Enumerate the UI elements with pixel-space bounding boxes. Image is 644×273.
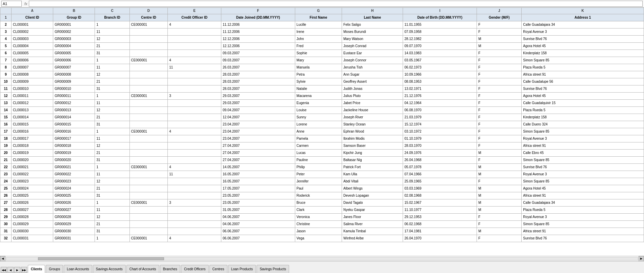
table-cell[interactable] xyxy=(129,114,168,121)
table-cell[interactable]: 15.12.1974 xyxy=(403,121,477,128)
table-row[interactable]: 31CL000030GR0000303106.06.2007JasonKamul… xyxy=(0,228,644,235)
table-cell[interactable]: Vega xyxy=(295,235,342,242)
table-cell[interactable]: Geoffrey Assert xyxy=(342,78,403,85)
table-cell[interactable] xyxy=(129,192,168,199)
tab-nav-next[interactable]: ▶ xyxy=(14,267,20,273)
table-cell[interactable] xyxy=(129,185,168,192)
table-cell[interactable]: Calle Guadalquivir 15 xyxy=(522,100,644,107)
table-cell[interactable]: 29.12.1953 xyxy=(403,214,477,221)
table-cell[interactable]: Irene xyxy=(295,28,342,36)
table-row[interactable]: 30CL000029GR0000292104.06.2007ChristineS… xyxy=(0,221,644,228)
table-cell[interactable] xyxy=(129,135,168,142)
table-cell[interactable]: Natalie xyxy=(295,85,342,93)
row-number[interactable]: 27 xyxy=(0,199,12,207)
table-row[interactable]: 25CL000024GR0000242117.05.2007PaulAlbert… xyxy=(0,185,644,192)
table-cell[interactable]: 11 xyxy=(95,64,129,71)
table-cell[interactable]: Christine xyxy=(295,221,342,228)
table-cell[interactable]: Julius Pluto xyxy=(342,93,403,100)
table-cell[interactable]: 23.04.2007 xyxy=(221,135,295,142)
table-cell[interactable]: CE000001 xyxy=(129,164,168,171)
table-cell[interactable]: Sophie xyxy=(295,50,342,57)
table-cell[interactable]: CL000014 xyxy=(12,114,53,121)
col-header-f[interactable]: F xyxy=(221,8,295,14)
row-number[interactable]: 9 xyxy=(0,71,12,78)
table-cell[interactable]: Jabet Price xyxy=(342,100,403,107)
table-cell[interactable]: 25.09.1965 xyxy=(403,178,477,185)
table-cell[interactable]: 17.05.2007 xyxy=(221,185,295,192)
table-cell[interactable]: 1 xyxy=(95,235,129,242)
table-cell[interactable]: 11.01.1955 xyxy=(403,21,477,28)
table-cell[interactable]: CL000024 xyxy=(12,185,53,192)
table-cell[interactable] xyxy=(168,71,221,78)
table-cell[interactable]: 03.03.1969 xyxy=(403,185,477,192)
table-cell[interactable]: GR000022 xyxy=(53,171,95,178)
table-cell[interactable]: Mary xyxy=(295,57,342,64)
header-gender[interactable]: Gender (M/F) xyxy=(477,14,522,21)
table-cell[interactable]: 12.12.2006 xyxy=(221,36,295,43)
table-cell[interactable]: Kinderplatz 158 xyxy=(522,50,644,57)
table-cell[interactable]: F xyxy=(477,21,522,28)
table-cell[interactable]: 13.02.1971 xyxy=(403,85,477,93)
table-cell[interactable]: GR000011 xyxy=(53,93,95,100)
table-cell[interactable]: 21 xyxy=(95,221,129,228)
row-number[interactable]: 6 xyxy=(0,50,12,57)
table-cell[interactable]: Samson Baser xyxy=(342,142,403,150)
table-cell[interactable]: 04.06.2007 xyxy=(221,221,295,228)
table-cell[interactable]: CL000012 xyxy=(12,100,53,107)
table-cell[interactable]: F xyxy=(477,157,522,164)
table-cell[interactable]: Simon Square 85 xyxy=(522,157,644,164)
table-cell[interactable]: 1 xyxy=(95,128,129,135)
table-cell[interactable]: Roderick xyxy=(295,192,342,199)
header-dob[interactable]: Date of Birth (DD.MM.YYYY) xyxy=(403,14,477,21)
table-cell[interactable]: 24.09.1976 xyxy=(403,150,477,157)
table-cell[interactable]: CL000010 xyxy=(12,85,53,93)
sheet-tab-centres[interactable]: Centres xyxy=(209,265,227,273)
table-cell[interactable] xyxy=(129,50,168,57)
table-cell[interactable]: GR000015 xyxy=(53,121,95,128)
table-cell[interactable]: GR000004 xyxy=(53,43,95,50)
table-row[interactable]: 17CL000016GR0000161CE000001423.04.2007An… xyxy=(0,128,644,135)
table-cell[interactable]: F xyxy=(477,71,522,78)
table-cell[interactable] xyxy=(129,221,168,228)
col-header-b[interactable]: B xyxy=(53,8,95,14)
table-cell[interactable]: 21 xyxy=(95,114,129,121)
table-cell[interactable]: GR000001 xyxy=(53,21,95,28)
table-cell[interactable]: F xyxy=(477,85,522,93)
table-row[interactable]: 20CL000019GR0000192127.04.2007LucasKipch… xyxy=(0,150,644,157)
table-cell[interactable] xyxy=(129,214,168,221)
table-cell[interactable]: 15.02.1967 xyxy=(403,199,477,207)
table-cell[interactable]: Sunrise Blvd 76 xyxy=(522,164,644,171)
tab-nav-prev[interactable]: ◀ xyxy=(7,267,14,273)
table-cell[interactable]: F xyxy=(477,64,522,71)
table-cell[interactable]: 07.09.1958 xyxy=(403,28,477,36)
table-cell[interactable]: CL000025 xyxy=(12,192,53,199)
sheet-tab-clients[interactable]: Clients xyxy=(28,265,45,273)
table-cell[interactable]: Peter xyxy=(295,171,342,178)
table-cell[interactable]: Clark xyxy=(295,207,342,214)
row-number[interactable]: 2 xyxy=(0,21,12,28)
table-cell[interactable]: 3 xyxy=(168,93,221,100)
table-cell[interactable]: 29.03.2007 xyxy=(221,100,295,107)
table-row[interactable]: 7CL000006GR0000061CE000001409.03.2007Mar… xyxy=(0,57,644,64)
table-cell[interactable] xyxy=(168,121,221,128)
row-number[interactable]: 19 xyxy=(0,142,12,150)
table-cell[interactable]: 23.04.2007 xyxy=(221,121,295,128)
table-cell[interactable]: GR000030 xyxy=(53,228,95,235)
table-cell[interactable]: Abdi Vitali xyxy=(342,178,403,185)
row-number[interactable]: 18 xyxy=(0,135,12,142)
table-cell[interactable]: Simon Square 85 xyxy=(522,57,644,64)
table-cell[interactable]: Sylvie xyxy=(295,78,342,85)
table-cell[interactable]: GR000006 xyxy=(53,57,95,64)
table-cell[interactable] xyxy=(168,142,221,150)
table-cell[interactable]: 11 xyxy=(95,135,129,142)
table-cell[interactable] xyxy=(168,157,221,164)
col-header-j[interactable]: J xyxy=(477,8,522,14)
table-cell[interactable]: 31 xyxy=(95,192,129,199)
table-cell[interactable]: F xyxy=(477,178,522,185)
table-cell[interactable]: GR000013 xyxy=(53,107,95,114)
table-cell[interactable]: 21 xyxy=(95,43,129,50)
table-cell[interactable]: 11 xyxy=(168,171,221,178)
table-cell[interactable]: GR000010 xyxy=(53,85,95,93)
table-cell[interactable] xyxy=(129,178,168,185)
table-cell[interactable]: 23.05.2007 xyxy=(221,199,295,207)
